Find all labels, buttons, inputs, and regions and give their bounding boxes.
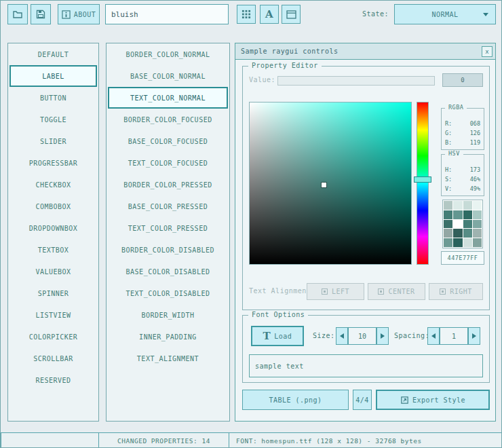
palette-swatch[interactable] (453, 201, 462, 210)
controls-list-item[interactable]: SLIDER (8, 130, 98, 152)
palette-swatch[interactable] (463, 220, 472, 229)
spacing-increase-button[interactable] (468, 327, 480, 345)
open-file-icon (12, 9, 23, 20)
rgba-box-label: RGBA (445, 104, 467, 111)
color-panel[interactable] (249, 102, 412, 265)
align-right-button[interactable]: RIGHT (429, 283, 483, 300)
palette-swatch[interactable] (463, 238, 472, 247)
controls-list-item[interactable]: SPINNER (8, 282, 98, 304)
value-slider[interactable] (277, 76, 435, 86)
text-alignment-label: Text Alignment: (249, 287, 315, 295)
properties-list-item[interactable]: TEXT_COLOR_PRESSED (107, 217, 229, 239)
properties-list-item[interactable]: BORDER_COLOR_NORMAL (107, 43, 229, 65)
font-atlas-button[interactable]: A (260, 5, 279, 24)
size-decrease-button[interactable] (336, 327, 348, 345)
properties-list-item[interactable]: INNER_PADDING (107, 326, 229, 348)
controls-list-item[interactable]: RESERVED (8, 369, 98, 391)
palette-swatch[interactable] (473, 229, 482, 238)
hue-bar-handle[interactable] (414, 176, 431, 183)
palette-swatch[interactable] (444, 201, 452, 210)
properties-list-item[interactable]: TEXT_COLOR_FOCUSED (107, 152, 229, 174)
sample-text-box[interactable]: sample text (249, 354, 483, 377)
controls-list-item[interactable]: BUTTON (8, 87, 98, 109)
sample-window-toggle-button[interactable] (282, 5, 301, 24)
controls-list-item[interactable]: COMBOBOX (8, 195, 98, 217)
properties-list-item-selected[interactable]: TEXT_COLOR_NORMAL (108, 87, 228, 109)
controls-list-item[interactable]: SCROLLBAR (8, 348, 98, 369)
palette-swatch[interactable] (453, 210, 462, 219)
controls-list-item[interactable]: TEXTBOX (8, 239, 98, 261)
spacing-value[interactable]: 1 (440, 327, 468, 345)
palette-swatch[interactable] (473, 201, 482, 210)
properties-list-item[interactable]: TEXT_COLOR_DISABLED (107, 282, 229, 304)
hex-value-box[interactable]: 447E77FF (441, 251, 484, 265)
state-dropdown[interactable]: NORMAL (394, 4, 496, 24)
rgba-row: R:068 (442, 119, 484, 128)
close-button[interactable]: x (482, 46, 493, 57)
properties-list-item[interactable]: BORDER_COLOR_DISABLED (107, 239, 229, 261)
align-center-button[interactable]: CENTER (368, 283, 425, 300)
palette-swatch[interactable] (473, 210, 482, 219)
hue-bar[interactable] (417, 102, 429, 265)
hsv-box-label: HSV (445, 150, 463, 157)
spinner-right-icon (472, 333, 476, 339)
properties-list-item[interactable]: BASE_COLOR_FOCUSED (107, 130, 229, 152)
properties-list-item[interactable]: BASE_COLOR_NORMAL (107, 65, 229, 87)
palette-swatch[interactable] (463, 201, 472, 210)
controls-list-item[interactable]: TOGGLE (8, 109, 98, 130)
align-center-icon (378, 288, 384, 295)
palette-swatch[interactable] (453, 238, 462, 247)
properties-list-item[interactable]: BORDER_COLOR_FOCUSED (107, 109, 229, 130)
spacing-decrease-button[interactable] (427, 327, 440, 345)
style-table-button[interactable] (237, 5, 256, 24)
style-name-input[interactable]: bluish (105, 4, 229, 24)
controls-list-item[interactable]: LISTVIEW (8, 304, 98, 326)
load-font-button[interactable]: T Load (251, 326, 304, 346)
palette-swatch[interactable] (444, 229, 452, 238)
controls-list-item-selected[interactable]: LABEL (9, 65, 97, 87)
size-value[interactable]: 10 (348, 327, 376, 345)
properties-list-item[interactable]: BORDER_WIDTH (107, 304, 229, 326)
controls-list-item[interactable]: CHECKBOX (8, 174, 98, 195)
palette-swatch[interactable] (453, 220, 462, 229)
load-font-icon: T (263, 331, 271, 341)
palette-swatch[interactable] (473, 238, 482, 247)
open-style-button[interactable] (7, 4, 28, 24)
properties-list-item[interactable]: TEXT_ALIGNMENT (107, 348, 229, 369)
controls-list-item[interactable]: DROPDOWNBOX (8, 217, 98, 239)
palette-swatch[interactable] (444, 238, 452, 247)
palette-swatch[interactable] (444, 220, 452, 229)
palette-swatch[interactable] (473, 220, 482, 229)
align-right-icon (440, 288, 446, 295)
property-editor-group-label: Property Editor (248, 62, 322, 69)
controls-list-item[interactable]: DEFAULT (8, 43, 98, 65)
rguistyler-window: ABOUT bluish A State: NORMAL DEFAULT LAB… (0, 0, 502, 448)
palette-swatch[interactable] (463, 210, 472, 219)
properties-list: BORDER_COLOR_NORMAL BASE_COLOR_NORMAL TE… (106, 43, 230, 422)
about-button[interactable]: ABOUT (58, 4, 100, 24)
export-icon (400, 396, 409, 405)
export-style-button[interactable]: Export Style (376, 390, 490, 410)
window-titlebar[interactable]: Sample raygui controls (235, 43, 495, 60)
style-table-icon (242, 10, 251, 19)
palette-swatch[interactable] (453, 229, 462, 238)
window-icon (286, 10, 296, 19)
palette-swatch[interactable] (444, 210, 452, 219)
controls-list-item[interactable]: VALUEBOX (8, 261, 98, 282)
align-left-button[interactable]: LEFT (307, 283, 364, 300)
save-style-button[interactable] (31, 4, 51, 24)
export-pages-button[interactable]: 4/4 (353, 390, 372, 410)
rgba-row: G:126 (442, 128, 484, 138)
properties-list-item[interactable]: BASE_COLOR_PRESSED (107, 195, 229, 217)
statusbar-font-info: FONT: homespun.ttf (128 x 128) - 32768 b… (229, 432, 502, 448)
properties-list-item[interactable]: BORDER_COLOR_PRESSED (107, 174, 229, 195)
value-box[interactable]: 0 (442, 73, 483, 87)
properties-list-item[interactable]: BASE_COLOR_DISABLED (107, 261, 229, 282)
palette-swatch[interactable] (463, 229, 472, 238)
export-format-dropdown[interactable]: TABLE (.png) (242, 390, 349, 410)
controls-list-item[interactable]: PROGRESSBAR (8, 152, 98, 174)
hsv-row: H:173 (442, 165, 484, 174)
controls-list-item[interactable]: COLORPICKER (8, 326, 98, 348)
color-panel-cursor[interactable] (322, 183, 326, 187)
size-increase-button[interactable] (376, 327, 389, 345)
